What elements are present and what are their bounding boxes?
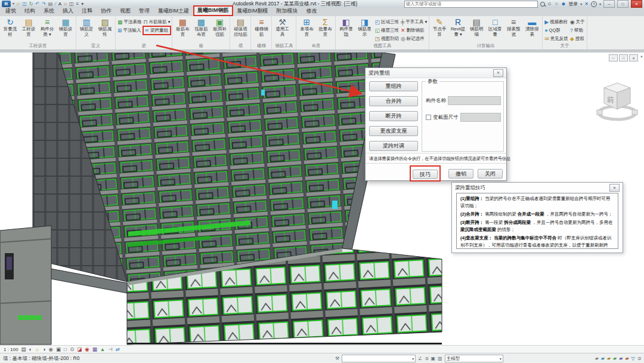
calc-flow-button[interactable]: ↻算量流程 [2,17,18,37]
link-icon[interactable]: ▥ [438,356,442,361]
help-button[interactable]: ?帮助 [570,27,585,33]
scroll-up-icon[interactable]: ▲ [640,54,643,58]
batch-layout-button[interactable]: Σ批量布置 [317,17,333,37]
view-scale[interactable]: 1 : 100 [4,347,18,352]
component-visibility-button[interactable]: ◧构件显隐 [338,17,354,37]
help-caret-icon[interactable]: ▾ [599,2,601,6]
tab-chenxi-bim-model[interactable]: 晨曦BIM翻模 [233,7,273,16]
favorites-icon[interactable]: ☆ [555,1,559,7]
sign-in-caret-icon[interactable]: ▾ [580,2,582,6]
undo-button[interactable]: 撤销 [448,169,473,179]
shadows-icon[interactable]: ◑ [42,347,45,352]
tab-modify[interactable]: 修改 [302,7,321,16]
view-restore-icon[interactable]: □ [619,54,628,61]
rebar-display-button[interactable]: ◨钢筋显示 [356,17,373,37]
reveal-constraints-icon[interactable]: ▰ [607,356,611,361]
temporary-hide-icon[interactable]: ▰ [601,356,605,361]
tips-title-bar[interactable]: 梁跨重组技巧 ✕ [452,183,623,193]
help-icon[interactable]: ? [591,1,597,7]
drawing-area[interactable]: ─ □ ✕ ▲ 前 梁跨重组 ✕ 重组跨合并跨断开跨更改梁支座梁跨对调 参数 [0,53,644,345]
view-minimize-icon[interactable]: ─ [609,54,618,61]
floor-3d-button[interactable]: ◱楼层三维 [374,27,399,33]
filter-icon[interactable]: ▽ [631,356,635,361]
rebar-schedule-button[interactable]: ▤钢筋明细 [468,17,485,37]
delete-rebar-button[interactable]: ✕删除钢筋 [401,27,427,33]
temporary-view-icon[interactable]: ▦ [92,347,97,352]
workset-dropdown[interactable]: ▾ [342,355,416,362]
beam-span-regroup-button[interactable]: ≍梁跨重组 [143,26,172,35]
report-preview-button[interactable]: ≡报表预览 [505,17,522,37]
sign-in-icon[interactable]: ☻ [561,1,566,7]
search-icon[interactable] [540,2,545,7]
rebar-define-button[interactable]: ▥钢筋定义 [78,17,95,37]
search-input[interactable] [404,1,538,8]
swap-spans-button[interactable]: 梁跨对调 [369,141,418,151]
clear-report-button[interactable]: ▬清除报表 [524,17,540,37]
lock-view-icon[interactable]: ⊙ [70,347,74,352]
wall-tie-rebar-button[interactable]: ▤砌体墙拉结筋 [232,17,249,37]
close-button[interactable]: 关闭 [478,169,503,179]
tips-button[interactable]: 技巧 [413,170,438,179]
raft-rebar-layout-button[interactable]: ▩筏板筋布置 [193,17,209,37]
maximize-button[interactable]: □ [617,0,628,8]
editable-only-icon[interactable]: ▰ [595,356,599,361]
measure-icon[interactable]: ∕ [55,1,55,7]
redo-icon[interactable]: ↷ [42,1,46,7]
worksharing-display-icon[interactable]: ⇄ [116,347,120,352]
project-settings-button[interactable]: ▤工程设置 [20,17,37,37]
pingfa-table-button[interactable]: ▦平法表格 [117,19,142,25]
tab-manage[interactable]: 管理 [135,7,154,16]
worksets-icon[interactable]: ⚒ [335,356,339,361]
tab-annotate[interactable]: 注释 [78,7,97,16]
sun-path-icon[interactable]: ☼ [35,347,40,352]
component-name-field[interactable] [448,96,501,105]
rendering-icon[interactable]: ◉ [49,347,53,352]
select-toggle-icon[interactable]: ▰ [619,356,623,361]
reveal-hidden-icon[interactable]: ◉ [85,347,89,352]
variable-section-field[interactable] [460,113,501,122]
tab-chenxi-bim-rebar[interactable]: 晨曦BIM钢筋 [193,5,233,16]
press-drag-icon[interactable]: ▰ [625,356,628,361]
tab-addins[interactable]: 附加模块 [273,7,302,16]
tab-systems[interactable]: 系统 [39,7,58,16]
default-3d-view-icon[interactable]: ⌂ [64,1,67,7]
open-file-icon[interactable]: ▱ [16,1,20,7]
undo-icon[interactable]: ↶ [35,1,39,7]
tab-architecture[interactable]: 建筑 [1,7,20,16]
design-options-icon[interactable]: ▣ [431,356,436,361]
video-tutorial-button[interactable]: ▶视频教程 [544,19,568,25]
slab-rebar-layout-button[interactable]: ▦板筋布置 [174,17,191,37]
license-button[interactable]: ◆授权 [570,36,585,42]
region-3d-button[interactable]: ◰区域三维 [374,19,399,25]
region-quantity-button[interactable]: □区域查量 [487,17,503,37]
visual-style-icon[interactable]: ◐ [29,347,32,352]
subscription-icon[interactable]: ☺ [547,1,552,7]
general-tools-button[interactable]: ⚒通用工具 [274,17,290,37]
sign-in-label[interactable]: 登录 [568,1,578,7]
mark-selection-button[interactable]: ◎标记选件 [401,36,427,42]
minimize-button[interactable]: ─ [603,0,615,8]
dialog-title-bar[interactable]: 梁跨重组 ✕ [366,68,506,78]
tab-chenxi-bim-civil[interactable]: 晨曦BIM土建 [154,7,193,16]
close-button[interactable]: ✕ [631,0,642,8]
dialog-close-icon[interactable]: ✕ [493,69,503,77]
qq-group-button[interactable]: ●QQ群 [544,27,568,33]
app-menu-caret-icon[interactable]: ▾ [13,1,14,7]
view-section-button[interactable]: ◳视图剖切 [374,36,399,42]
pingfa-input-button[interactable]: ⊞平法输入 [117,27,142,33]
exchange-apps-icon[interactable]: ✕ [584,1,589,7]
analytical-model-icon[interactable]: ▲ [100,347,105,352]
view-close-icon[interactable]: ✕ [629,54,638,61]
stair-rebar-button[interactable]: ≡楼梯钢筋 [253,17,270,37]
opening-rebar-button[interactable]: ▣板洞补强筋 [211,17,228,37]
regroup-span-button[interactable]: 重组跨 [369,81,418,91]
crop-region-icon[interactable]: □ [64,347,67,352]
save-icon[interactable]: ◫ [22,1,27,7]
stirrup-rebar-button[interactable]: ⊓吊筋箍筋 ▾ [144,19,171,25]
thin-lines-icon[interactable]: ≡ [76,1,79,7]
text-note-icon[interactable]: A [58,1,61,7]
crop-view-icon[interactable]: ▣ [56,347,61,352]
tab-insert[interactable]: 插入 [58,7,78,16]
merge-span-button[interactable]: 合并跨 [369,96,418,106]
hide-isolate-icon[interactable]: ◪ [77,347,82,352]
